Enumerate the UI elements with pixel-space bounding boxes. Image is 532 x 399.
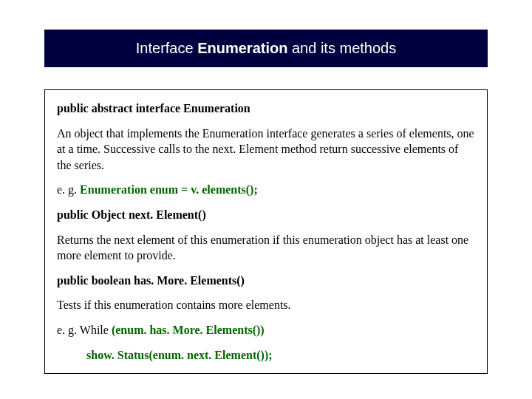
title-prefix: Interface [136, 40, 197, 56]
slide-title: Interface Enumeration and its methods [44, 30, 488, 67]
content-box: public abstract interface Enumeration An… [44, 89, 488, 374]
title-bold: Enumeration [197, 40, 287, 56]
example-1-prefix: e. g. [57, 183, 80, 196]
interface-description: An object that implements the Enumeratio… [57, 126, 475, 174]
example-2: e. g. While (enum. has. More. Elements()… [57, 322, 475, 338]
example-3-code: show. Status(enum. next. Element()); [57, 347, 475, 364]
method-2-signature: public boolean has. More. Elements() [57, 273, 475, 289]
method-1-signature: public Object next. Element() [57, 207, 475, 223]
method-1-description: Returns the next element of this enumera… [57, 232, 475, 264]
example-1-code: Enumeration enum = v. elements(); [80, 183, 258, 196]
example-2-prefix: e. g. While [57, 324, 112, 336]
title-suffix: and its methods [287, 40, 396, 56]
example-1: e. g. Enumeration enum = v. elements(); [57, 182, 475, 198]
interface-declaration: public abstract interface Enumeration [57, 100, 475, 117]
method-2-description: Tests if this enumeration contains more … [57, 297, 475, 313]
example-2-code: (enum. has. More. Elements()) [112, 324, 265, 336]
